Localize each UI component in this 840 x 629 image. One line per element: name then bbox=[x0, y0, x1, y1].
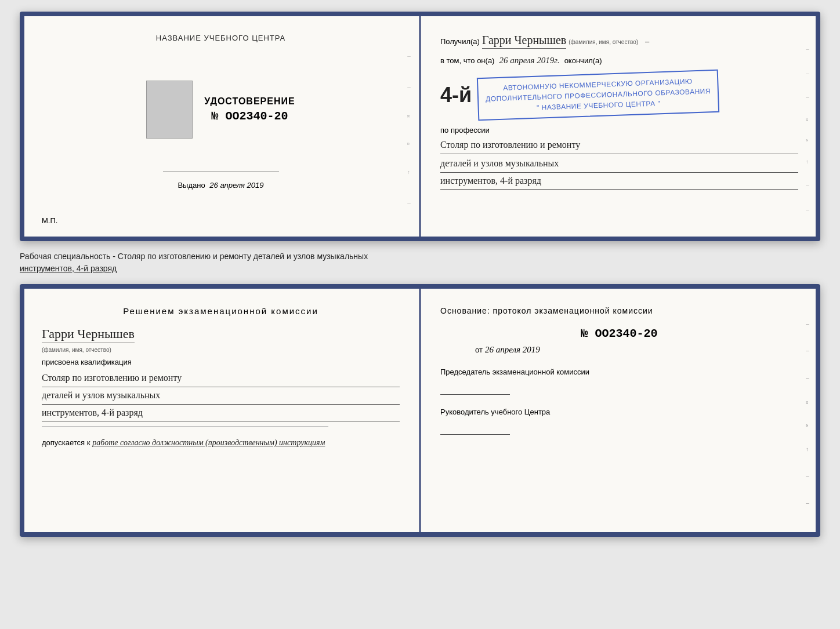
issued-date: 26 апреля 2019 bbox=[209, 181, 263, 190]
top-document-spread: НАЗВАНИЕ УЧЕБНОГО ЦЕНТРА УДОСТОВЕРЕНИЕ №… bbox=[20, 12, 820, 241]
prof-line1: Столяр по изготовлению и ремонту bbox=[440, 137, 798, 154]
right-side-deco: – – – и а ← – – bbox=[803, 28, 812, 231]
dopuskaetsya-line: допускается к работе согласно должностны… bbox=[42, 438, 400, 448]
bottom-right-page: Основание: протокол экзаменационной коми… bbox=[417, 289, 816, 532]
recipient-name: Гарри Чернышев bbox=[482, 34, 566, 49]
bottom-document-spread: Решением экзаменационной комиссии Гарри … bbox=[20, 284, 820, 537]
rukovoditel-signature-line bbox=[440, 423, 510, 435]
caption-block: Рабочая специальность - Столяр по изгото… bbox=[20, 250, 820, 275]
bottom-fio-sub: (фамилия, имя, отчество) bbox=[42, 347, 400, 353]
top-right-page: Получил(а) Гарри Чернышев (фамилия, имя,… bbox=[417, 16, 816, 237]
grade-badge: 4-й bbox=[440, 83, 472, 107]
vtom-prefix: в том, что он(а) bbox=[440, 56, 494, 65]
chairman-label: Председатель экзаменационной комиссии bbox=[440, 366, 798, 379]
rukovoditel-label: Руководитель учебного Центра bbox=[440, 406, 798, 419]
decision-title: Решением экзаменационной комиссии bbox=[42, 306, 400, 316]
left-side-deco: – – и а ← – bbox=[404, 28, 414, 231]
osnovaniye-title: Основание: протокол экзаменационной коми… bbox=[440, 306, 798, 315]
dopuskaetsya-label: допускается к bbox=[42, 438, 90, 447]
cert-title: УДОСТОВЕРЕНИЕ bbox=[204, 96, 295, 107]
dopusk-text: работе согласно должностным (производств… bbox=[92, 438, 325, 448]
org-name-top: НАЗВАНИЕ УЧЕБНОГО ЦЕНТРА bbox=[156, 34, 285, 42]
cert-block: УДОСТОВЕРЕНИЕ № OO2340-20 bbox=[146, 81, 295, 139]
date-handwritten: 26 апреля 2019г. bbox=[499, 56, 559, 66]
photo-placeholder bbox=[146, 81, 193, 139]
qual-line2: деталей и узлов музыкальных bbox=[42, 387, 400, 405]
ot-label: от bbox=[475, 346, 483, 354]
prof-line3: инструментов, 4-й разряд bbox=[440, 173, 798, 190]
bottom-left-page: Решением экзаменационной комиссии Гарри … bbox=[24, 289, 417, 532]
ot-line: от 26 апреля 2019 bbox=[475, 345, 798, 355]
protocol-number: № OO2340-20 bbox=[440, 327, 798, 340]
top-left-page: НАЗВАНИЕ УЧЕБНОГО ЦЕНТРА УДОСТОВЕРЕНИЕ №… bbox=[24, 16, 417, 237]
fio-sub: (фамилия, имя, отчество) bbox=[569, 39, 638, 45]
chairman-block: Председатель экзаменационной комиссии bbox=[440, 366, 798, 395]
qual-line3: инструментов, 4-й разряд bbox=[42, 405, 400, 422]
ot-date: 26 апреля 2019 bbox=[485, 345, 540, 355]
bottom-name: Гарри Чернышев bbox=[42, 326, 135, 343]
issued-line: Выдано 26 апреля 2019 bbox=[163, 181, 279, 190]
dash1: – bbox=[645, 37, 649, 46]
cert-number: № OO2340-20 bbox=[204, 110, 295, 123]
poluchil-label: Получил(а) bbox=[440, 37, 480, 46]
caption-text-main: Рабочая специальность - Столяр по изгото… bbox=[20, 252, 368, 261]
prisvoena-line: присвоена квалификация bbox=[42, 358, 400, 366]
vtom-line: в том, что он(а) 26 апреля 2019г. окончи… bbox=[440, 56, 798, 66]
rukovoditel-block: Руководитель учебного Центра bbox=[440, 406, 798, 435]
stamp-box: АВТОНОМНУЮ НЕКОММЕРЧЕСКУЮ ОРГАНИЗАЦИЮ ДО… bbox=[477, 70, 719, 121]
caption-text-2: инструментов, 4-й разряд bbox=[20, 264, 117, 273]
okonchil: окончил(а) bbox=[564, 56, 602, 65]
recipient-line: Получил(а) Гарри Чернышев (фамилия, имя,… bbox=[440, 34, 798, 49]
mp-label: М.П. bbox=[42, 216, 57, 225]
prof-line2: деталей и узлов музыкальных bbox=[440, 155, 798, 173]
bottom-right-deco: – – – и а ← – – bbox=[803, 300, 812, 526]
qual-line1: Столяр по изготовлению и ремонту bbox=[42, 370, 400, 387]
cert-title-block: УДОСТОВЕРЕНИЕ № OO2340-20 bbox=[204, 96, 295, 123]
chairman-signature-line bbox=[440, 383, 510, 395]
po-professii-label: по профессии bbox=[440, 126, 798, 134]
